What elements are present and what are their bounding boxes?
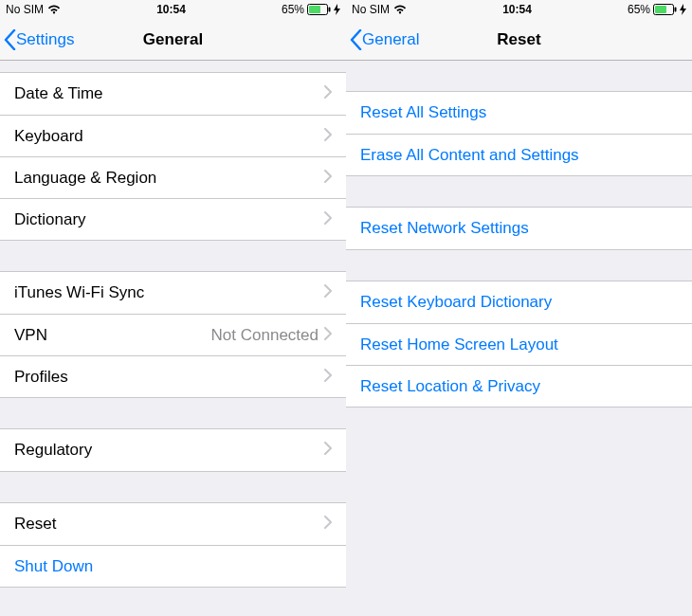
chevron-right-icon: [324, 515, 332, 534]
row-profiles[interactable]: Profiles: [0, 355, 346, 397]
row-reset-all-settings[interactable]: Reset All Settings: [346, 92, 692, 134]
status-bar: No SIM 10:54 65%: [0, 0, 346, 19]
settings-group: Regulatory: [0, 428, 346, 472]
chevron-right-icon: [324, 283, 332, 302]
chevron-right-icon: [324, 368, 332, 387]
row-reset-home-screen-layout[interactable]: Reset Home Screen Layout: [346, 323, 692, 365]
row-vpn[interactable]: VPNNot Connected: [0, 314, 346, 355]
row-label: Erase All Content and Settings: [360, 146, 678, 165]
content-general: Date & TimeKeyboardLanguage & RegionDict…: [0, 61, 346, 616]
row-regulatory[interactable]: Regulatory: [0, 429, 346, 471]
row-label: Date & Time: [14, 84, 324, 103]
back-button[interactable]: Settings: [0, 29, 74, 50]
chevron-right-icon: [324, 326, 332, 345]
group-gap: [0, 241, 346, 271]
chevron-right-icon: [324, 441, 332, 460]
row-reset-network-settings[interactable]: Reset Network Settings: [346, 208, 692, 249]
row-language-region[interactable]: Language & Region: [0, 156, 346, 198]
row-label: Keyboard: [14, 127, 324, 146]
row-erase-all-content-and-settings[interactable]: Erase All Content and Settings: [346, 134, 692, 175]
group-gap: [346, 250, 692, 281]
back-label: Settings: [16, 30, 74, 49]
nav-bar: General Reset: [346, 19, 692, 61]
battery-pct: 65%: [628, 3, 650, 16]
pane-reset: No SIM 10:54 65% General: [346, 0, 692, 616]
battery-icon: [307, 4, 331, 15]
carrier-label: No SIM: [6, 3, 44, 16]
settings-group: Reset All SettingsErase All Content and …: [346, 91, 692, 176]
status-left: No SIM: [6, 3, 61, 16]
row-label: Profiles: [14, 368, 324, 387]
row-label: Reset Keyboard Dictionary: [360, 293, 678, 312]
row-label: Reset All Settings: [360, 103, 678, 122]
charging-bolt-icon: [334, 4, 340, 15]
back-label: General: [362, 30, 419, 49]
svg-rect-2: [329, 8, 331, 12]
status-right: 65%: [628, 3, 686, 16]
row-reset-location-privacy[interactable]: Reset Location & Privacy: [346, 365, 692, 407]
pane-general: No SIM 10:54 65% Setting: [0, 0, 346, 616]
svg-rect-5: [675, 8, 677, 12]
carrier-label: No SIM: [352, 3, 390, 16]
row-label: Dictionary: [14, 210, 324, 229]
row-date-time[interactable]: Date & Time: [0, 73, 346, 115]
row-label: Reset Location & Privacy: [360, 377, 678, 396]
row-reset[interactable]: Reset: [0, 503, 346, 545]
row-label: Language & Region: [14, 169, 324, 188]
row-label: iTunes Wi-Fi Sync: [14, 283, 324, 302]
status-right: 65%: [282, 3, 340, 16]
row-dictionary[interactable]: Dictionary: [0, 198, 346, 240]
row-label: VPN: [14, 326, 211, 345]
battery-pct: 65%: [282, 3, 304, 16]
back-button[interactable]: General: [346, 29, 419, 50]
chevron-right-icon: [324, 210, 332, 229]
group-gap: [0, 61, 346, 72]
row-label: Regulatory: [14, 441, 324, 460]
settings-group: iTunes Wi-Fi SyncVPNNot ConnectedProfile…: [0, 271, 346, 398]
row-reset-keyboard-dictionary[interactable]: Reset Keyboard Dictionary: [346, 281, 692, 323]
group-gap: [346, 61, 692, 91]
row-label: Reset Network Settings: [360, 219, 678, 238]
chevron-right-icon: [324, 84, 332, 103]
status-time: 10:54: [156, 3, 186, 16]
content-reset: Reset All SettingsErase All Content and …: [346, 61, 692, 616]
battery-icon: [653, 4, 677, 15]
row-itunes-wi-fi-sync[interactable]: iTunes Wi-Fi Sync: [0, 272, 346, 314]
chevron-right-icon: [324, 127, 332, 146]
settings-group: ResetShut Down: [0, 502, 346, 588]
row-label: Shut Down: [14, 557, 332, 576]
status-time: 10:54: [502, 3, 532, 16]
settings-group: Reset Network Settings: [346, 207, 692, 250]
status-left: No SIM: [352, 3, 407, 16]
wifi-icon: [47, 5, 61, 14]
svg-rect-4: [655, 6, 666, 13]
wifi-icon: [393, 5, 407, 14]
nav-bar: Settings General: [0, 19, 346, 61]
group-gap: [346, 176, 692, 207]
row-detail: Not Connected: [211, 326, 319, 345]
row-label: Reset Home Screen Layout: [360, 335, 678, 354]
chevron-right-icon: [324, 169, 332, 188]
chevron-left-icon: [350, 29, 362, 50]
row-shut-down[interactable]: Shut Down: [0, 545, 346, 587]
chevron-left-icon: [4, 29, 16, 50]
group-gap: [0, 472, 346, 502]
row-keyboard[interactable]: Keyboard: [0, 115, 346, 156]
row-label: Reset: [14, 515, 324, 534]
group-gap: [0, 398, 346, 428]
svg-rect-1: [309, 6, 320, 13]
charging-bolt-icon: [680, 4, 686, 15]
status-bar: No SIM 10:54 65%: [346, 0, 692, 19]
settings-group: Reset Keyboard DictionaryReset Home Scre…: [346, 281, 692, 408]
settings-group: Date & TimeKeyboardLanguage & RegionDict…: [0, 72, 346, 241]
